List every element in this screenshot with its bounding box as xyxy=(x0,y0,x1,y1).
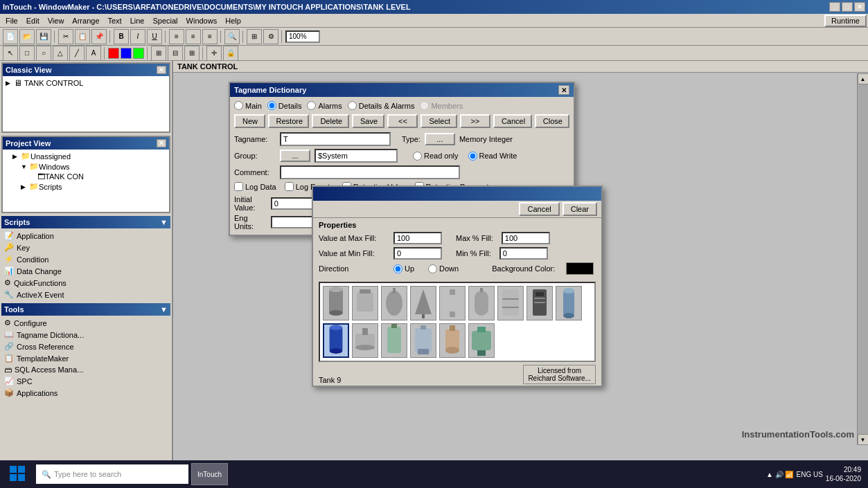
zoom-level[interactable]: 100% xyxy=(285,30,320,43)
down-radio-input[interactable] xyxy=(428,264,437,273)
menu-arrange[interactable]: Arrange xyxy=(68,15,103,26)
btn-close[interactable]: Close xyxy=(535,114,569,128)
scroll-down-btn[interactable]: ▼ xyxy=(858,434,869,445)
tank-img-3[interactable] xyxy=(381,286,407,320)
menu-text[interactable]: Text xyxy=(104,15,126,26)
bg-color-box[interactable] xyxy=(566,262,594,275)
tank-img-14[interactable] xyxy=(439,323,466,358)
tank-img-8[interactable] xyxy=(526,286,553,320)
tree-unassigned[interactable]: ▶ 📁 Unassigned xyxy=(4,151,168,161)
tree-windows[interactable]: ▼ 📁 Windows xyxy=(4,161,168,172)
tab-alarms-radio[interactable] xyxy=(307,101,316,110)
tab-details-alarms[interactable]: Details & Alarms xyxy=(348,101,415,110)
tb-paste[interactable]: 📌 xyxy=(91,29,107,44)
script-key[interactable]: 🔑 Key xyxy=(1,242,170,253)
up-radio[interactable]: Up xyxy=(393,264,414,273)
tb2-color1[interactable] xyxy=(108,48,119,59)
tank-img-10[interactable] xyxy=(323,323,349,358)
read-only-radio[interactable]: Read only xyxy=(413,152,459,161)
tb-underline[interactable]: U xyxy=(147,29,162,44)
minimize-btn[interactable]: _ xyxy=(829,2,840,12)
tb-save[interactable]: 💾 xyxy=(36,29,51,44)
menu-help[interactable]: Help xyxy=(221,15,245,26)
tank-img-7[interactable] xyxy=(497,286,524,320)
log-data-input[interactable] xyxy=(234,182,243,191)
tb2-text[interactable]: A xyxy=(86,46,101,61)
tool-templatemaker[interactable]: 📋 TemplateMaker xyxy=(1,352,170,364)
taskbar-intouch[interactable]: InTouch xyxy=(191,463,228,485)
tab-alarms[interactable]: Alarms xyxy=(307,101,342,110)
runtime-btn[interactable]: Runtime xyxy=(824,15,867,27)
tank-clear-btn[interactable]: Clear xyxy=(563,202,597,216)
tb-align-center[interactable]: ≡ xyxy=(186,29,201,44)
tb-new[interactable]: 📄 xyxy=(3,29,18,44)
tb-cut[interactable]: ✂ xyxy=(58,29,73,44)
tagname-dialog-close[interactable]: ✕ xyxy=(558,85,569,95)
tool-cross-ref[interactable]: 🔗 Cross Reference xyxy=(1,341,170,352)
tb-copy[interactable]: 📋 xyxy=(75,29,90,44)
btn-select[interactable]: Select xyxy=(420,114,457,128)
tab-main[interactable]: Main xyxy=(234,101,262,110)
btn-cancel[interactable]: Cancel xyxy=(493,114,532,128)
tb2-shape2[interactable]: ○ xyxy=(36,46,51,61)
script-condition[interactable]: ⚡ Condition xyxy=(1,253,170,265)
tree-tank-con[interactable]: 🗔 TANK CON xyxy=(4,172,168,181)
taskbar-search[interactable]: 🔍 Type here to search xyxy=(36,464,188,484)
tb-align-left[interactable]: ≡ xyxy=(169,29,184,44)
type-btn[interactable]: ... xyxy=(425,133,455,145)
value-min-fill-input[interactable] xyxy=(393,247,442,260)
tb2-snap[interactable]: ✛ xyxy=(206,46,222,61)
tb2-color2[interactable] xyxy=(121,48,132,59)
tb2-pointer[interactable]: ↖ xyxy=(3,46,18,61)
tank-img-9[interactable] xyxy=(556,286,582,320)
scroll-up-btn[interactable]: ▲ xyxy=(858,73,869,84)
log-data-cb[interactable]: Log Data xyxy=(234,182,276,191)
tb-bold[interactable]: B xyxy=(114,29,129,44)
tb2-shape3[interactable]: △ xyxy=(53,46,68,61)
tool-applications[interactable]: 📦 Applications xyxy=(1,387,170,399)
value-max-fill-input[interactable] xyxy=(393,232,442,244)
tank-img-15[interactable] xyxy=(468,323,495,358)
tank-img-1[interactable] xyxy=(323,286,349,320)
btn-new[interactable]: New xyxy=(234,114,265,128)
btn-delete[interactable]: Delete xyxy=(312,114,349,128)
tree-item-tank-control[interactable]: ▶ 🖥 TANK CONTROL xyxy=(4,78,168,89)
start-button[interactable] xyxy=(3,463,33,485)
tank-img-4[interactable] xyxy=(410,286,436,320)
tank-img-5[interactable] xyxy=(439,286,466,320)
tab-details-alarms-radio[interactable] xyxy=(348,101,357,110)
tab-details[interactable]: Details xyxy=(267,101,302,110)
tool-spc[interactable]: 📈 SPC xyxy=(1,375,170,387)
script-datachange[interactable]: 📊 Data Change xyxy=(1,265,170,277)
tank-img-2[interactable] xyxy=(352,286,378,320)
script-application[interactable]: 📝 Application xyxy=(1,230,170,242)
tab-main-radio[interactable] xyxy=(234,101,243,110)
tb-align-right[interactable]: ≡ xyxy=(202,29,218,44)
group-btn[interactable]: ... xyxy=(280,150,310,162)
script-activex[interactable]: 🔧 ActiveX Event xyxy=(1,289,170,300)
menu-edit[interactable]: Edit xyxy=(22,15,44,26)
down-radio[interactable]: Down xyxy=(428,264,459,273)
btn-save[interactable]: Save xyxy=(352,114,384,128)
min-pct-fill-input[interactable] xyxy=(499,247,548,260)
tb2-color3[interactable] xyxy=(133,48,144,59)
maximize-btn[interactable]: □ xyxy=(842,2,853,12)
tb2-shape1[interactable]: □ xyxy=(19,46,35,61)
tagname-input[interactable] xyxy=(280,132,391,146)
read-write-input[interactable] xyxy=(468,152,477,161)
up-radio-input[interactable] xyxy=(393,264,402,273)
menu-windows[interactable]: Windows xyxy=(182,15,222,26)
tank-img-6[interactable] xyxy=(468,286,495,320)
tank-cancel-btn[interactable]: Cancel xyxy=(519,202,559,216)
tab-details-radio[interactable] xyxy=(267,101,276,110)
tb-open[interactable]: 📂 xyxy=(19,29,35,44)
tb-zoom[interactable]: 🔍 xyxy=(224,29,240,44)
script-quickfunctions[interactable]: ⚙ QuickFunctions xyxy=(1,277,170,289)
tool-tagname-dict[interactable]: 📖 Tagname Dictiona... xyxy=(1,329,170,341)
tool-configure[interactable]: ⚙ Configure xyxy=(1,317,170,329)
btn-prev[interactable]: << xyxy=(387,114,418,128)
tank-img-13[interactable] xyxy=(410,323,436,358)
tb2-misc2[interactable]: ⊟ xyxy=(168,46,183,61)
tree-scripts[interactable]: ▶ 📁 Scripts xyxy=(4,181,168,192)
read-write-radio[interactable]: Read Write xyxy=(468,152,517,161)
